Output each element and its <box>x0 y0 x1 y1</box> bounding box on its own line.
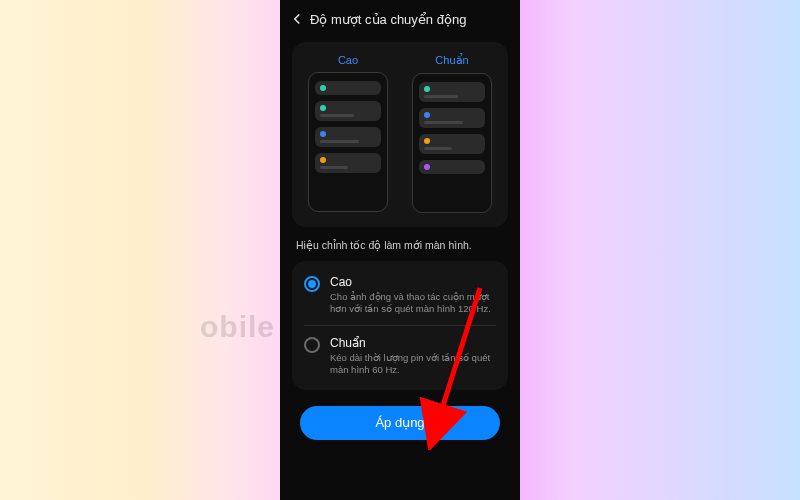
header-bar: Độ mượt của chuyển động <box>280 0 520 32</box>
preview-high-label: Cao <box>338 54 358 66</box>
phone-frame: Độ mượt của chuyển động Cao Chuẩn <box>280 0 520 500</box>
option-standard[interactable]: Chuẩn Kéo dài thời lượng pin với tần số … <box>304 325 496 386</box>
apply-button[interactable]: Áp dụng <box>300 406 500 440</box>
page-title: Độ mượt của chuyển động <box>310 12 466 27</box>
preview-standard-label: Chuẩn <box>435 54 468 67</box>
preview-high[interactable]: Cao <box>302 54 394 213</box>
section-description: Hiệu chỉnh tốc độ làm mới màn hình. <box>296 239 504 253</box>
preview-standard-screen <box>412 73 492 213</box>
watermark-text: obile <box>200 310 275 344</box>
preview-standard[interactable]: Chuẩn <box>406 54 498 213</box>
radio-standard-icon <box>304 337 320 353</box>
preview-row: Cao Chuẩn <box>292 42 508 227</box>
option-standard-label: Chuẩn <box>330 336 496 350</box>
options-panel: Cao Cho ảnh động và thao tác cuộn mượt h… <box>292 261 508 390</box>
option-high-label: Cao <box>330 275 496 289</box>
option-high[interactable]: Cao Cho ảnh động và thao tác cuộn mượt h… <box>304 265 496 325</box>
back-button[interactable] <box>286 8 308 30</box>
background-gradient: obile Độ mượt của chuyển động Cao Chuẩn <box>0 0 800 500</box>
preview-high-screen <box>308 72 388 212</box>
option-standard-desc: Kéo dài thời lượng pin với tần số quét m… <box>330 352 496 376</box>
chevron-left-icon <box>288 10 306 28</box>
radio-high-icon <box>304 276 320 292</box>
option-high-desc: Cho ảnh động và thao tác cuộn mượt hơn v… <box>330 291 496 315</box>
